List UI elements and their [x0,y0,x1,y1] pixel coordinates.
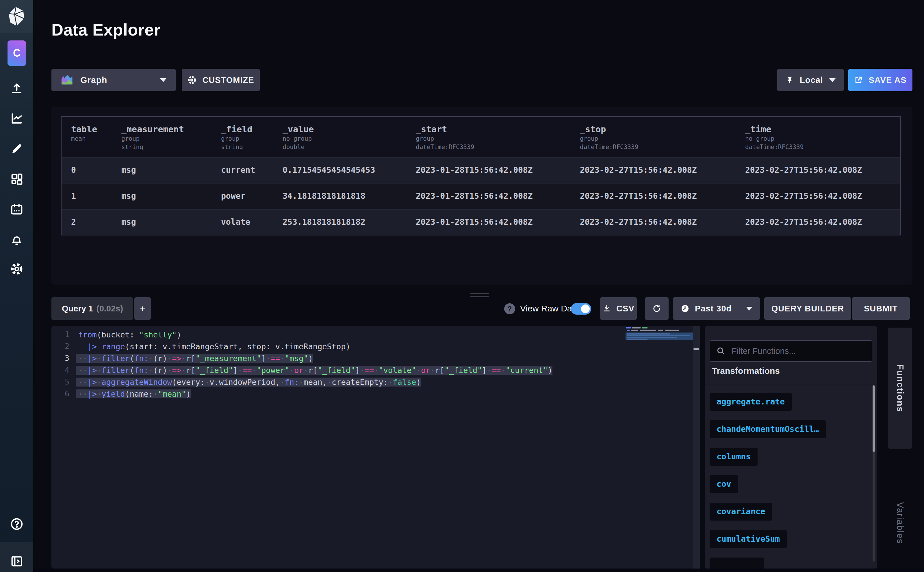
raw-table-header: tablemean_measurementgroupstring_fieldgr… [62,117,900,157]
function-chip-partial[interactable] [709,558,764,569]
clock-icon [680,304,690,313]
editor-minimap[interactable] [625,326,693,569]
graphs-icon[interactable] [0,112,33,125]
query-builder-label: QUERY BUILDER [772,304,844,314]
function-search-input[interactable] [731,346,866,356]
query-builder-button[interactable]: QUERY BUILDER [764,297,851,320]
visualization-type-dropdown[interactable]: Graph [51,69,176,91]
column-header-_measurement[interactable]: _measurementgroupstring [112,117,212,157]
column-header-_start[interactable]: _startgroupdateTime:RFC3339 [406,117,570,157]
help-tooltip-icon[interactable]: ? [504,303,515,314]
line-number: 6 [51,388,69,400]
chevron-down-icon [746,307,752,311]
table-row: 2msgvolate253.18181818181822023-01-28T15… [62,209,900,235]
line-number: 3 [51,353,69,364]
view-raw-data-toggle[interactable] [571,303,591,315]
csv-label: CSV [616,304,635,314]
csv-download-button[interactable]: CSV [600,297,637,320]
table-cell: power [212,183,273,209]
table-cell: msg [112,183,212,209]
plus-icon: + [140,303,146,314]
save-as-label: SAVE AS [868,75,906,85]
function-list: aggregate.ratechandeMomentumOscill…colum… [705,384,877,569]
code-line[interactable]: 6··|>·yield(name:·"mean") [51,388,625,400]
query-tab-duration: (0.02s) [96,304,123,314]
gear-icon [187,75,196,85]
tab-functions[interactable]: Functions [888,328,912,449]
viz-type-label: Graph [80,75,107,85]
page-title: Data Explorer [51,20,160,39]
code-line[interactable]: 1from(bucket: "shelly") [51,329,625,340]
flux-code-editor[interactable]: 1from(bucket: "shelly")2 |> range(start:… [51,326,625,569]
function-chip-cumulativeSum[interactable]: cumulativeSum [709,530,787,548]
time-range-dropdown[interactable]: Past 30d [673,297,760,320]
sidebar: C [0,0,33,572]
bottom-edge [33,569,924,572]
local-dropdown[interactable]: Local [777,69,844,91]
time-range-label: Past 30d [695,304,731,314]
code-line[interactable]: 3··|>·filter(fn:·(r)·=>·r["_measurement"… [51,353,625,364]
external-link-icon [854,76,863,84]
table-row: 0msgcurrent0.171545454545454532023-01-28… [62,157,900,183]
code-line[interactable]: 4··|>·filter(fn:·(r)·=>·r["_field"]·==·"… [51,364,625,376]
area-chart-icon [61,74,75,86]
panel-collapse-handle[interactable] [694,348,699,350]
table-cell: 2023-02-27T15:56:42.008Z [736,183,900,209]
function-chip-chandeMomentumOscill…[interactable]: chandeMomentumOscill… [709,420,826,438]
tasks-icon[interactable] [0,203,33,216]
editor-scrollbar[interactable] [693,326,700,569]
view-raw-data-label: View Raw Data [520,297,579,320]
dashboards-icon[interactable] [0,173,33,186]
refresh-icon [652,304,661,313]
pin-icon [785,76,794,84]
table-cell: 2 [62,210,112,235]
table-cell: 2023-01-28T15:56:42.008Z [406,210,570,235]
function-chip-cov[interactable]: cov [709,475,738,493]
submit-label: SUBMIT [864,304,898,314]
raw-table-body: 0msgcurrent0.171545454545454532023-01-28… [62,157,900,235]
line-number: 4 [51,364,69,376]
panel-drag-handle[interactable] [470,293,489,294]
settings-icon[interactable] [0,262,33,276]
save-as-button[interactable]: SAVE AS [848,69,912,91]
tab-variables[interactable]: Variables [888,488,912,558]
column-header-table[interactable]: tablemean [62,117,112,157]
chevron-down-icon [829,78,835,82]
table-cell: 2023-02-27T15:56:42.008Z [570,157,736,183]
function-chip-columns[interactable]: columns [709,448,758,466]
expand-icon[interactable] [0,555,33,568]
raw-data-table: tablemean_measurementgroupstring_fieldgr… [61,116,901,235]
table-cell: 2023-02-27T15:56:42.008Z [736,210,900,235]
column-header-_field[interactable]: _fieldgroupstring [212,117,273,157]
transformations-section-title: Transformations [712,366,780,376]
refresh-button[interactable] [645,297,669,320]
account-avatar[interactable]: C [8,40,26,66]
customize-button[interactable]: CUSTOMIZE [182,69,260,91]
chevron-down-icon [160,78,166,82]
query-tab[interactable]: Query 1 (0.02s) [51,297,133,320]
panel-drag-handle[interactable] [470,296,489,297]
help-icon[interactable] [0,517,33,531]
code-line[interactable]: 5··|>·aggregateWindow(every:·v.windowPer… [51,376,625,388]
table-cell: 2023-01-28T15:56:42.008Z [406,157,570,183]
table-cell: 0.17154545454545453 [273,157,406,183]
influxdb-logo[interactable] [0,7,33,26]
table-row: 1msgpower34.181818181818182023-01-28T15:… [62,183,900,209]
functions-scroll-thumb[interactable] [873,385,875,452]
local-label: Local [800,75,823,85]
alerts-icon[interactable] [0,233,33,246]
edit-icon[interactable] [0,142,33,155]
column-header-_time[interactable]: _timeno groupdateTime:RFC3339 [736,117,900,157]
function-chip-aggregate.rate[interactable]: aggregate.rate [709,393,792,411]
toggle-knob [581,305,590,313]
column-header-_stop[interactable]: _stopgroupdateTime:RFC3339 [570,117,736,157]
table-cell: 2023-02-27T15:56:42.008Z [570,210,736,235]
table-cell: 34.18181818181818 [273,183,406,209]
table-cell: volate [212,210,273,235]
code-line[interactable]: 2 |> range(start: v.timeRangeStart, stop… [51,340,625,353]
upload-icon[interactable] [0,81,33,95]
add-query-button[interactable]: + [134,297,151,320]
column-header-_value[interactable]: _valueno groupdouble [273,117,406,157]
function-chip-covariance[interactable]: covariance [709,503,772,521]
submit-button[interactable]: SUBMIT [852,297,910,320]
